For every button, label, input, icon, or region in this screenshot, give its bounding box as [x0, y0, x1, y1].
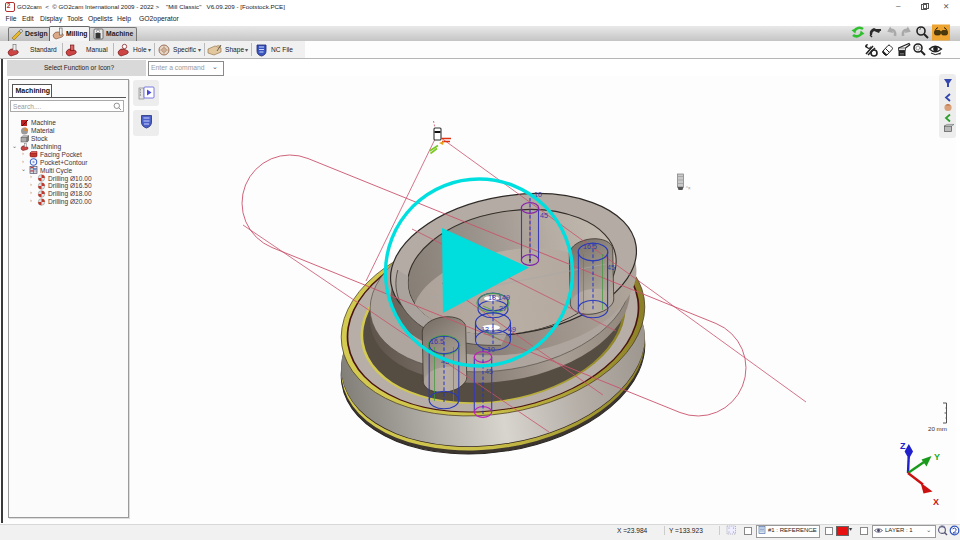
svg-text:27: 27: [499, 304, 507, 313]
svg-text:45: 45: [540, 211, 548, 220]
svg-text:13.1: 13.1: [481, 325, 495, 334]
svg-text:Z: Z: [900, 441, 906, 451]
svg-text:X: X: [933, 497, 939, 507]
svg-text:45: 45: [485, 367, 493, 376]
svg-text:18.149: 18.149: [488, 293, 510, 302]
svg-text:49: 49: [508, 325, 516, 334]
svg-text:˟×: ˟×: [686, 185, 691, 191]
svg-text:10: 10: [487, 345, 495, 354]
svg-text:16.5: 16.5: [430, 337, 444, 346]
svg-text:20 mm: 20 mm: [928, 425, 947, 432]
svg-text:16.5: 16.5: [583, 242, 597, 251]
svg-text:Y: Y: [934, 452, 940, 462]
svg-text:45: 45: [607, 263, 615, 272]
